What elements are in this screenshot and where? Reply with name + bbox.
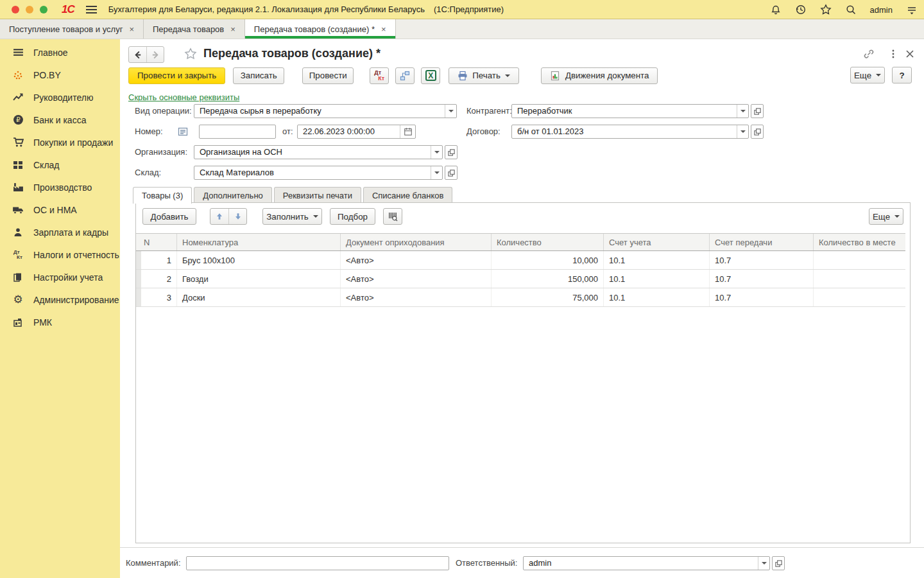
fill-button[interactable]: Заполнить [262,208,322,225]
search-icon[interactable] [845,4,857,15]
post-and-close-button[interactable]: Провести и закрыть [128,67,225,84]
favorite-star-icon[interactable] [184,48,197,60]
window-controls[interactable] [12,6,47,13]
tab-close-icon[interactable]: × [381,25,386,33]
hide-requisites-link[interactable]: Скрыть основные реквизиты [128,92,239,102]
responsible-field[interactable]: admin [523,556,770,570]
excel-export-button[interactable]: X [421,67,440,84]
table-more-button[interactable]: Еще [869,208,903,225]
main-menu-icon[interactable] [86,6,97,13]
more-button[interactable]: Еще [850,67,885,83]
get-link-icon[interactable] [863,48,875,60]
dropdown-arrow-icon[interactable] [737,105,748,118]
col-schet-peredachi[interactable]: Счет передачи [710,234,814,250]
sidebar-item-nastroyki-ucheta[interactable]: Настройки учета [0,266,120,288]
col-schet-ucheta[interactable]: Счет учета [604,234,710,250]
1c-logo: 1С [62,3,74,16]
zoom-traffic-light[interactable] [40,6,47,13]
counterparty-open-button[interactable] [751,104,764,118]
responsible-open-button[interactable] [772,556,785,570]
tab-spisanie-blankov[interactable]: Списание бланков [363,187,453,203]
window-tab-postuplenie[interactable]: Поступление товаров и услуг × [0,19,144,39]
window-tab-peredacha-sozdanie[interactable]: Передача товаров (создание) * × [245,19,396,39]
post-button[interactable]: Провести [302,67,354,84]
document-movements-button[interactable]: Движения документа [541,67,658,84]
close-traffic-light[interactable] [12,6,19,13]
sidebar-item-sklad[interactable]: Склад [0,153,120,176]
dtkt-button[interactable]: ДтКт [370,67,389,84]
table-row[interactable]: 1 Брус 100x100 <Авто> 10,000 10.1 10.7 [136,251,905,270]
sidebar-item-zarplata-kadry[interactable]: Зарплата и кадры [0,221,120,243]
operation-type-field[interactable]: Передача сырья в переработку [194,104,457,118]
col-kolichestvo[interactable]: Количество [492,234,604,250]
tab-close-icon[interactable]: × [129,25,134,33]
favorites-star-icon[interactable] [820,4,832,15]
number-input[interactable] [199,125,276,139]
goods-tab-panel: Добавить Заполнить Подбор [135,202,911,543]
table-row[interactable]: 2 Гвозди <Авто> 150,000 10.1 10.7 [136,270,905,288]
col-kolichestvo-v-meste[interactable]: Количество в месте [814,234,905,250]
sidebar-item-proizvodstvo[interactable]: Производство [0,176,120,198]
sidebar-item-glavnoe[interactable]: Главное [0,41,120,64]
move-row-up-button[interactable] [210,209,228,224]
sidebar-item-pokupki-prodazhi[interactable]: Покупки и продажи [0,131,120,153]
history-icon[interactable] [795,4,807,15]
col-dokument[interactable]: Документ оприходования [341,234,492,250]
row-marker [136,288,141,306]
notifications-bell-icon[interactable] [770,4,782,15]
tab-dopolnitelno[interactable]: Дополнительно [194,187,272,203]
footer-divider [120,547,924,548]
dropdown-arrow-icon[interactable] [737,125,748,138]
col-nomenklatura[interactable]: Номенклатура [177,234,341,250]
tab-close-icon[interactable]: × [230,25,235,33]
organization-open-button[interactable] [445,145,458,159]
comment-input[interactable] [186,556,449,570]
help-button[interactable]: ? [892,67,912,83]
warehouse-open-button[interactable] [445,166,458,180]
move-row-down-button[interactable] [228,209,246,224]
calendar-icon[interactable] [400,125,415,138]
more-menu-kebab-icon[interactable] [887,48,899,60]
structure-button[interactable] [395,67,415,84]
user-menu[interactable]: admin [870,5,893,15]
close-form-icon[interactable] [904,48,916,60]
books-icon [11,272,25,283]
pick-button[interactable]: Подбор [330,208,375,225]
tab-tovary[interactable]: Товары (3) [133,187,192,204]
sidebar-item-bank-kassa[interactable]: ₽ Банк и касса [0,109,120,131]
sidebar-item-nalogi[interactable]: ДтКт Налоги и отчетность [0,243,120,266]
window-tab-peredacha[interactable]: Передача товаров × [144,19,245,39]
barcode-scan-button[interactable] [383,208,402,225]
write-button[interactable]: Записать [233,67,284,84]
document-tabs: Товары (3) Дополнительно Реквизиты печат… [133,187,454,203]
add-row-button[interactable]: Добавить [142,208,196,225]
dropdown-arrow-icon[interactable] [758,557,769,570]
sidebar-item-administrirovanie[interactable]: ⚙ Администрирование [0,288,120,311]
warehouse-field[interactable]: Склад Материалов [194,166,443,180]
minimize-traffic-light[interactable] [26,6,33,13]
organization-field[interactable]: Организация на ОСН [194,145,443,159]
number-settings-icon[interactable] [178,127,189,137]
sidebar-item-os-nma[interactable]: ОС и НМА [0,198,120,221]
window-tab-label: Передача товаров (создание) * [254,24,375,34]
tab-rekvizity-pechati[interactable]: Реквизиты печати [274,187,361,203]
sidebar-item-rukovoditelyu[interactable]: Руководителю [0,86,120,109]
sidebar-item-poby[interactable]: PO.BY [0,64,120,86]
sidebar-item-rmk[interactable]: РМК [0,311,120,333]
print-button[interactable]: Печать [449,67,519,84]
truck-icon [11,204,25,216]
forward-button[interactable] [146,47,164,62]
contract-field[interactable]: б/н от 01.01.2023 [511,125,749,139]
service-menu-icon[interactable] [906,4,918,15]
dropdown-arrow-icon[interactable] [431,146,442,159]
date-label: от: [282,125,293,139]
date-field[interactable]: 22.06.2023 0:00:00 [297,125,416,139]
dropdown-arrow-icon[interactable] [431,166,442,179]
dropdown-arrow-icon[interactable] [445,105,456,118]
contract-open-button[interactable] [751,125,764,139]
table-row[interactable]: 3 Доски <Авто> 75,000 10.1 10.7 [136,288,905,307]
col-n[interactable]: N [141,234,177,250]
back-button[interactable] [129,47,146,62]
titlebar: 1С Бухгалтерия для Беларуси, редакция 2.… [0,0,924,19]
counterparty-field[interactable]: Переработчик [511,104,749,118]
